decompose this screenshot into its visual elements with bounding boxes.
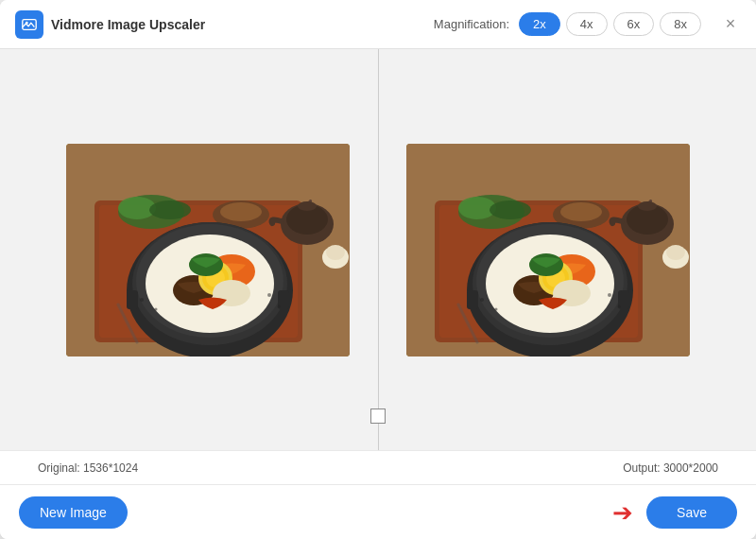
svg-point-58 — [480, 298, 484, 302]
original-image — [66, 144, 350, 356]
svg-point-29 — [155, 307, 158, 310]
main-content — [0, 49, 756, 450]
app-window: Vidmore Image Upscaler Magnification: 2x… — [0, 0, 756, 539]
svg-point-30 — [267, 293, 271, 297]
svg-point-59 — [495, 307, 498, 310]
title-bar: Vidmore Image Upscaler Magnification: 2x… — [0, 0, 756, 49]
mag-2x-button[interactable]: 2x — [519, 12, 560, 36]
new-image-button[interactable]: New Image — [19, 496, 128, 529]
magnification-buttons: 2x 4x 6x 8x — [519, 12, 701, 36]
original-dimensions: Original: 1536*1024 — [38, 461, 138, 475]
save-section: ➔ Save — [612, 496, 737, 529]
svg-point-12 — [149, 200, 191, 219]
bottom-bar: New Image ➔ Save — [0, 484, 756, 539]
app-title: Vidmore Image Upscaler — [51, 17, 205, 32]
magnification-label: Magnification: — [434, 17, 509, 31]
close-icon: × — [726, 14, 736, 34]
divider-resize-handle[interactable] — [370, 409, 386, 424]
close-button[interactable]: × — [720, 14, 741, 35]
mag-8x-button[interactable]: 8x — [660, 12, 701, 36]
svg-point-61 — [618, 304, 621, 307]
svg-rect-18 — [127, 290, 138, 309]
mag-6x-button[interactable]: 6x — [613, 12, 655, 36]
svg-point-14 — [220, 202, 262, 221]
output-image — [406, 144, 690, 356]
original-image-panel — [38, 78, 378, 422]
svg-point-7 — [298, 201, 317, 211]
svg-point-42 — [490, 200, 531, 219]
save-button[interactable]: Save — [646, 496, 737, 529]
svg-point-60 — [608, 293, 611, 297]
output-dimensions: Output: 3000*2000 — [623, 461, 718, 475]
svg-point-28 — [140, 298, 144, 302]
svg-point-37 — [638, 201, 657, 211]
app-icon — [15, 10, 43, 39]
svg-point-44 — [560, 202, 602, 221]
svg-point-39 — [666, 245, 685, 260]
save-arrow-icon: ➔ — [612, 500, 633, 525]
output-image-panel — [378, 78, 718, 422]
mag-4x-button[interactable]: 4x — [566, 12, 608, 36]
svg-point-9 — [326, 245, 345, 260]
info-bar: Original: 1536*1024 Output: 3000*2000 — [0, 450, 756, 484]
svg-rect-48 — [467, 290, 478, 309]
svg-point-31 — [278, 304, 281, 307]
save-arrow-container: ➔ — [612, 500, 633, 525]
divider — [378, 49, 379, 450]
